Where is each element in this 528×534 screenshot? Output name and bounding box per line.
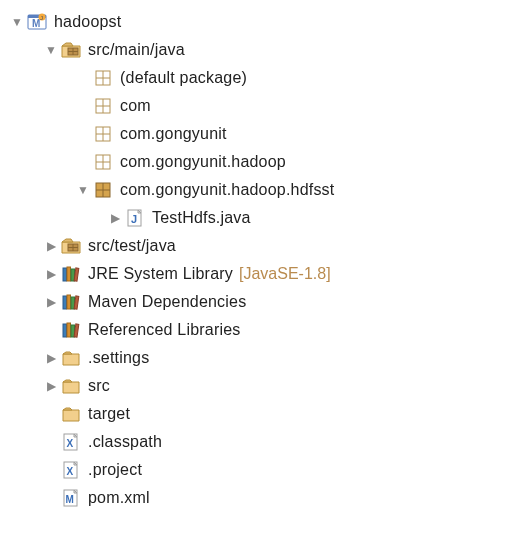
tree-item[interactable]: ▶TestHdfs.java [10, 204, 518, 232]
tree-item[interactable]: ▶target [10, 400, 518, 428]
xml-file-icon [60, 460, 82, 480]
tree-item[interactable]: ▼hadoopst [10, 8, 518, 36]
expand-arrow-closed-icon[interactable]: ▶ [44, 267, 58, 281]
tree-item-label: com.gongyunit [120, 125, 227, 143]
tree-item-label: src/main/java [88, 41, 185, 59]
tree-item[interactable]: ▶.classpath [10, 428, 518, 456]
tree-item-label: com.gongyunit.hadoop [120, 153, 286, 171]
library-icon [60, 264, 82, 284]
tree-item[interactable]: ▶src [10, 372, 518, 400]
tree-item[interactable]: ▼com.gongyunit.hadoop.hdfsst [10, 176, 518, 204]
tree-item-label: src [88, 377, 110, 395]
expand-arrow-closed-icon[interactable]: ▶ [44, 295, 58, 309]
tree-item[interactable]: ▶com.gongyunit.hadoop [10, 148, 518, 176]
folder-icon [60, 376, 82, 396]
tree-item[interactable]: ▶src/test/java [10, 232, 518, 260]
library-icon [60, 320, 82, 340]
expand-arrow-closed-icon[interactable]: ▶ [44, 379, 58, 393]
tree-item-label: TestHdfs.java [152, 209, 251, 227]
folder-icon [60, 404, 82, 424]
tree-item-label: .project [88, 461, 142, 479]
expand-arrow-closed-icon[interactable]: ▶ [108, 211, 122, 225]
java-file-icon [124, 208, 146, 228]
tree-item[interactable]: ▶.settings [10, 344, 518, 372]
project-explorer-tree: ▼hadoopst▼src/main/java▶(default package… [10, 8, 518, 512]
tree-item-label: hadoopst [54, 13, 121, 31]
source-folder-icon [60, 236, 82, 256]
tree-item[interactable]: ▼src/main/java [10, 36, 518, 64]
maven-project-icon [26, 12, 48, 32]
tree-item-label: Maven Dependencies [88, 293, 246, 311]
library-icon [60, 292, 82, 312]
tree-item-label: .settings [88, 349, 149, 367]
package-empty-icon [92, 68, 114, 88]
tree-item[interactable]: ▶JRE System Library[JavaSE-1.8] [10, 260, 518, 288]
xml-file-icon [60, 432, 82, 452]
expand-arrow-open-icon[interactable]: ▼ [76, 183, 90, 197]
tree-item-label: JRE System Library [88, 265, 233, 283]
expand-arrow-open-icon[interactable]: ▼ [44, 43, 58, 57]
tree-item[interactable]: ▶pom.xml [10, 484, 518, 512]
tree-item[interactable]: ▶com [10, 92, 518, 120]
tree-item-label: Referenced Libraries [88, 321, 241, 339]
tree-item[interactable]: ▶Referenced Libraries [10, 316, 518, 344]
tree-item-label: .classpath [88, 433, 162, 451]
package-empty-icon [92, 152, 114, 172]
tree-item-label: src/test/java [88, 237, 176, 255]
tree-item-label: (default package) [120, 69, 247, 87]
folder-icon [60, 348, 82, 368]
package-icon [92, 180, 114, 200]
m-file-icon [60, 488, 82, 508]
expand-arrow-open-icon[interactable]: ▼ [10, 15, 24, 29]
tree-item[interactable]: ▶com.gongyunit [10, 120, 518, 148]
tree-item[interactable]: ▶Maven Dependencies [10, 288, 518, 316]
package-empty-icon [92, 96, 114, 116]
tree-item-label: com.gongyunit.hadoop.hdfsst [120, 181, 334, 199]
tree-item-qualifier: [JavaSE-1.8] [239, 265, 331, 283]
tree-item[interactable]: ▶.project [10, 456, 518, 484]
tree-item-label: target [88, 405, 130, 423]
expand-arrow-closed-icon[interactable]: ▶ [44, 239, 58, 253]
package-empty-icon [92, 124, 114, 144]
expand-arrow-closed-icon[interactable]: ▶ [44, 351, 58, 365]
tree-item[interactable]: ▶(default package) [10, 64, 518, 92]
tree-item-label: pom.xml [88, 489, 150, 507]
source-folder-icon [60, 40, 82, 60]
tree-item-label: com [120, 97, 151, 115]
